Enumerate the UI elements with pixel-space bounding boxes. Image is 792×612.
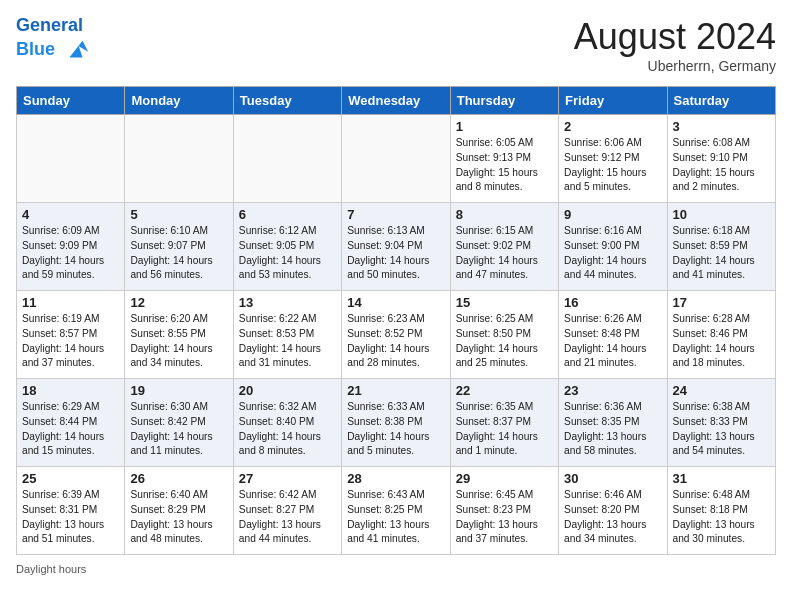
calendar-cell: 11Sunrise: 6:19 AM Sunset: 8:57 PM Dayli… [17,291,125,379]
day-number: 8 [456,207,553,222]
calendar-cell: 1Sunrise: 6:05 AM Sunset: 9:13 PM Daylig… [450,115,558,203]
calendar-cell: 26Sunrise: 6:40 AM Sunset: 8:29 PM Dayli… [125,467,233,555]
day-number: 19 [130,383,227,398]
day-number: 16 [564,295,661,310]
weekday-header-friday: Friday [559,87,667,115]
day-number: 5 [130,207,227,222]
day-info: Sunrise: 6:28 AM Sunset: 8:46 PM Dayligh… [673,312,770,371]
logo-text: General [16,16,90,36]
calendar-cell: 25Sunrise: 6:39 AM Sunset: 8:31 PM Dayli… [17,467,125,555]
day-number: 18 [22,383,119,398]
day-info: Sunrise: 6:36 AM Sunset: 8:35 PM Dayligh… [564,400,661,459]
calendar-cell: 3Sunrise: 6:08 AM Sunset: 9:10 PM Daylig… [667,115,775,203]
day-info: Sunrise: 6:42 AM Sunset: 8:27 PM Dayligh… [239,488,336,547]
logo-icon [62,36,90,64]
calendar-cell [342,115,450,203]
calendar-week-4: 18Sunrise: 6:29 AM Sunset: 8:44 PM Dayli… [17,379,776,467]
calendar-cell: 20Sunrise: 6:32 AM Sunset: 8:40 PM Dayli… [233,379,341,467]
weekday-header-wednesday: Wednesday [342,87,450,115]
day-number: 14 [347,295,444,310]
weekday-header-sunday: Sunday [17,87,125,115]
calendar-week-3: 11Sunrise: 6:19 AM Sunset: 8:57 PM Dayli… [17,291,776,379]
footer-label: Daylight hours [16,563,86,575]
day-number: 23 [564,383,661,398]
calendar-cell: 14Sunrise: 6:23 AM Sunset: 8:52 PM Dayli… [342,291,450,379]
day-number: 2 [564,119,661,134]
weekday-header-thursday: Thursday [450,87,558,115]
day-number: 28 [347,471,444,486]
weekday-header-saturday: Saturday [667,87,775,115]
day-number: 26 [130,471,227,486]
weekday-header-row: SundayMondayTuesdayWednesdayThursdayFrid… [17,87,776,115]
day-number: 12 [130,295,227,310]
day-number: 11 [22,295,119,310]
day-number: 9 [564,207,661,222]
calendar-cell: 19Sunrise: 6:30 AM Sunset: 8:42 PM Dayli… [125,379,233,467]
day-number: 10 [673,207,770,222]
day-info: Sunrise: 6:18 AM Sunset: 8:59 PM Dayligh… [673,224,770,283]
calendar-cell: 30Sunrise: 6:46 AM Sunset: 8:20 PM Dayli… [559,467,667,555]
day-info: Sunrise: 6:29 AM Sunset: 8:44 PM Dayligh… [22,400,119,459]
calendar-cell: 23Sunrise: 6:36 AM Sunset: 8:35 PM Dayli… [559,379,667,467]
location: Uberherrn, Germany [574,58,776,74]
day-info: Sunrise: 6:10 AM Sunset: 9:07 PM Dayligh… [130,224,227,283]
calendar-cell [17,115,125,203]
calendar-cell: 13Sunrise: 6:22 AM Sunset: 8:53 PM Dayli… [233,291,341,379]
weekday-header-tuesday: Tuesday [233,87,341,115]
day-number: 15 [456,295,553,310]
calendar-week-1: 1Sunrise: 6:05 AM Sunset: 9:13 PM Daylig… [17,115,776,203]
title-block: August 2024 Uberherrn, Germany [574,16,776,74]
footer: Daylight hours [16,563,776,575]
calendar-cell [233,115,341,203]
calendar-cell: 18Sunrise: 6:29 AM Sunset: 8:44 PM Dayli… [17,379,125,467]
calendar-cell: 21Sunrise: 6:33 AM Sunset: 8:38 PM Dayli… [342,379,450,467]
day-number: 22 [456,383,553,398]
day-info: Sunrise: 6:25 AM Sunset: 8:50 PM Dayligh… [456,312,553,371]
logo-text2: Blue [16,36,90,64]
day-info: Sunrise: 6:43 AM Sunset: 8:25 PM Dayligh… [347,488,444,547]
day-info: Sunrise: 6:40 AM Sunset: 8:29 PM Dayligh… [130,488,227,547]
calendar-cell: 6Sunrise: 6:12 AM Sunset: 9:05 PM Daylig… [233,203,341,291]
page-header: General Blue August 2024 Uberherrn, Germ… [16,16,776,74]
day-number: 30 [564,471,661,486]
day-info: Sunrise: 6:23 AM Sunset: 8:52 PM Dayligh… [347,312,444,371]
calendar-cell: 17Sunrise: 6:28 AM Sunset: 8:46 PM Dayli… [667,291,775,379]
day-number: 31 [673,471,770,486]
calendar-cell: 8Sunrise: 6:15 AM Sunset: 9:02 PM Daylig… [450,203,558,291]
calendar-cell: 5Sunrise: 6:10 AM Sunset: 9:07 PM Daylig… [125,203,233,291]
calendar-cell: 12Sunrise: 6:20 AM Sunset: 8:55 PM Dayli… [125,291,233,379]
calendar-cell: 31Sunrise: 6:48 AM Sunset: 8:18 PM Dayli… [667,467,775,555]
day-number: 29 [456,471,553,486]
day-number: 21 [347,383,444,398]
calendar-cell: 28Sunrise: 6:43 AM Sunset: 8:25 PM Dayli… [342,467,450,555]
day-number: 4 [22,207,119,222]
month-title: August 2024 [574,16,776,58]
calendar-table: SundayMondayTuesdayWednesdayThursdayFrid… [16,86,776,555]
calendar-cell: 9Sunrise: 6:16 AM Sunset: 9:00 PM Daylig… [559,203,667,291]
day-info: Sunrise: 6:16 AM Sunset: 9:00 PM Dayligh… [564,224,661,283]
calendar-cell: 10Sunrise: 6:18 AM Sunset: 8:59 PM Dayli… [667,203,775,291]
day-info: Sunrise: 6:46 AM Sunset: 8:20 PM Dayligh… [564,488,661,547]
calendar-week-5: 25Sunrise: 6:39 AM Sunset: 8:31 PM Dayli… [17,467,776,555]
day-info: Sunrise: 6:13 AM Sunset: 9:04 PM Dayligh… [347,224,444,283]
calendar-week-2: 4Sunrise: 6:09 AM Sunset: 9:09 PM Daylig… [17,203,776,291]
day-info: Sunrise: 6:19 AM Sunset: 8:57 PM Dayligh… [22,312,119,371]
day-info: Sunrise: 6:48 AM Sunset: 8:18 PM Dayligh… [673,488,770,547]
day-info: Sunrise: 6:33 AM Sunset: 8:38 PM Dayligh… [347,400,444,459]
calendar-cell: 15Sunrise: 6:25 AM Sunset: 8:50 PM Dayli… [450,291,558,379]
day-info: Sunrise: 6:32 AM Sunset: 8:40 PM Dayligh… [239,400,336,459]
calendar-cell: 27Sunrise: 6:42 AM Sunset: 8:27 PM Dayli… [233,467,341,555]
day-info: Sunrise: 6:12 AM Sunset: 9:05 PM Dayligh… [239,224,336,283]
day-number: 6 [239,207,336,222]
day-number: 3 [673,119,770,134]
calendar-cell: 4Sunrise: 6:09 AM Sunset: 9:09 PM Daylig… [17,203,125,291]
day-info: Sunrise: 6:39 AM Sunset: 8:31 PM Dayligh… [22,488,119,547]
day-number: 24 [673,383,770,398]
day-number: 17 [673,295,770,310]
day-number: 13 [239,295,336,310]
svg-marker-0 [69,40,88,57]
day-number: 7 [347,207,444,222]
day-number: 25 [22,471,119,486]
calendar-cell: 16Sunrise: 6:26 AM Sunset: 8:48 PM Dayli… [559,291,667,379]
day-info: Sunrise: 6:08 AM Sunset: 9:10 PM Dayligh… [673,136,770,195]
